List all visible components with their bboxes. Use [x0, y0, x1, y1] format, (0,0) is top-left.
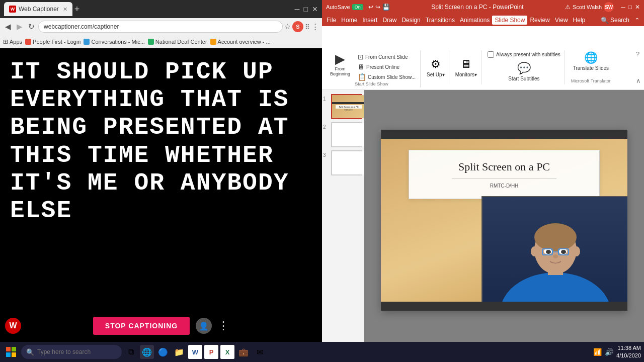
extensions-icon[interactable]: ⠿ — [305, 23, 310, 31]
reload-button[interactable]: ↻ — [26, 21, 37, 32]
taskbar-files-icon[interactable]: 📁 — [172, 345, 186, 359]
menu-design[interactable]: Design — [399, 16, 423, 25]
taskbar-wifi-icon[interactable]: 📶 — [593, 348, 602, 356]
menu-file[interactable]: File — [324, 16, 339, 25]
taskbar-word-icon[interactable]: W — [188, 345, 202, 359]
slide-thumbnail-3[interactable]: 3 — [324, 150, 362, 175]
slide-main-area: Split Screen on a PC RMTC-D/HH — [364, 90, 644, 350]
menu-icon[interactable]: ⋮ — [311, 22, 319, 31]
from-current-slide-button[interactable]: ⊡ From Current Slide — [356, 52, 417, 61]
taskbar-search-input[interactable] — [37, 348, 103, 355]
browser-tab[interactable]: W Web Captioner ✕ — [4, 2, 72, 16]
bookmark-icon[interactable]: ☆ — [284, 22, 291, 31]
play-icon: ▶ — [335, 52, 345, 65]
monitors-button[interactable]: 🖥 Monitors▾ — [455, 58, 477, 77]
ribbon-collapse-icon[interactable]: ∧ — [636, 77, 641, 84]
bookmarks-bar: ⊞ Apps People First - Login Conversation… — [0, 35, 322, 48]
close-icon[interactable]: ✕ — [312, 5, 318, 13]
ribbon-group-slideshow-label: Start Slide Show — [326, 81, 417, 86]
svg-point-13 — [531, 246, 538, 256]
video-overlay — [481, 196, 627, 302]
slide-bottom-bar — [381, 302, 627, 311]
back-button[interactable]: ◀ — [3, 21, 13, 32]
taskbar-search-area[interactable]: 🔍 — [21, 345, 122, 359]
redo-icon[interactable]: ↪ — [375, 4, 380, 11]
start-subtitles-button[interactable]: 💬 Start Subtitles — [488, 62, 560, 81]
menu-draw[interactable]: Draw — [380, 16, 399, 25]
slide-canvas: Split Screen on a PC RMTC-D/HH — [381, 130, 627, 311]
from-beginning-button[interactable]: ▶ From Beginning — [326, 51, 354, 77]
more-options-button[interactable]: ⋮ — [218, 319, 229, 332]
quick-save-icon[interactable]: 💾 — [382, 4, 390, 11]
menu-slideshow[interactable]: Slide Show — [492, 16, 527, 25]
ppt-close-icon[interactable]: ✕ — [635, 4, 640, 11]
stop-captioning-button[interactable]: STOP CAPTIONING — [93, 317, 190, 335]
taskbar-chrome-icon[interactable]: 🌐 — [140, 345, 154, 359]
taskbar-excel-icon[interactable]: X — [220, 345, 234, 359]
ribbon-group-setup: ⚙ Set Up▾ — [423, 50, 449, 84]
ppt-maximize-icon[interactable]: □ — [628, 4, 632, 11]
start-button[interactable] — [3, 344, 19, 360]
menu-transitions[interactable]: Transitions — [423, 16, 457, 25]
ppt-minimize-icon[interactable]: ─ — [621, 4, 625, 11]
bookmark-apps[interactable]: ⊞ Apps — [3, 38, 22, 45]
forward-button[interactable]: ▶ — [15, 21, 25, 32]
menu-animations[interactable]: Animations — [457, 16, 492, 25]
slide-thumbnail-1[interactable]: 1 Split Screen on a PC RMTC-D/HH — [324, 94, 362, 119]
caption-text: IT SHOULD PICK UP EVERYTHING THAT IS BEI… — [10, 58, 312, 225]
bookmark-favicon-1 — [25, 39, 31, 45]
always-present-checkbox-label[interactable]: Always present with subtitles — [488, 51, 560, 58]
setup-button[interactable]: ⚙ Set Up▾ — [427, 58, 445, 77]
bookmark-people-login[interactable]: People First - Login — [25, 39, 80, 45]
bookmark-favicon-2 — [84, 39, 90, 45]
user-avatar[interactable]: SW — [604, 2, 614, 12]
menu-home[interactable]: Home — [339, 16, 360, 25]
taskbar-mail-icon[interactable]: ✉ — [253, 345, 267, 359]
bookmark-account[interactable]: Account overview - ... — [210, 39, 271, 45]
windows-taskbar: 🔍 ⧉ 🌐 🔵 📁 W P X 💼 ✉ 📶 🔊 11:38 AM 4/10/20… — [0, 342, 644, 362]
always-present-checkbox[interactable] — [488, 51, 494, 58]
new-tab-button[interactable]: + — [74, 4, 80, 15]
slide-number-3: 3 — [323, 152, 326, 158]
slide-thumb-active: Split Screen on a PC RMTC-D/HH — [331, 94, 362, 119]
ribbon-group-translator: 🌐 Translate Slides Microsoft Translator — [567, 50, 615, 84]
slide-thumb-3 — [331, 150, 362, 175]
search-ribbon[interactable]: 🔍 Search — [598, 16, 632, 25]
tab-close-button[interactable]: ✕ — [63, 6, 67, 13]
ribbon-group-subtitles: Always present with subtitles 💬 Start Su… — [484, 50, 565, 84]
slide-subtitle-text: RMTC-D/HH — [417, 183, 591, 189]
taskbar-ppt-icon[interactable]: P — [204, 345, 218, 359]
captioner-bottom-bar: W STOP CAPTIONING 👤 ⋮ — [0, 310, 322, 342]
menu-help[interactable]: Help — [571, 16, 588, 25]
clock-display[interactable]: 11:38 AM 4/10/2020 — [616, 344, 641, 360]
bookmark-national-deaf[interactable]: National Deaf Center — [148, 39, 207, 45]
ppt-title: Split Screen on a PC - PowerPoint — [393, 4, 562, 11]
from-current-icon: ⊡ — [358, 53, 364, 61]
ribbon-toggle-icon[interactable]: ⌃ — [632, 17, 642, 24]
address-bar[interactable] — [38, 21, 283, 33]
ppt-ribbon: ▶ From Beginning ⊡ From Current Slide 🖥 … — [322, 48, 644, 90]
maximize-icon[interactable]: □ — [304, 5, 308, 13]
tab-favicon: W — [9, 6, 16, 13]
minimize-icon[interactable]: ─ — [295, 5, 300, 13]
ribbon-help-icon[interactable]: ? — [636, 50, 641, 58]
menu-view[interactable]: View — [552, 16, 571, 25]
taskbar-volume-icon[interactable]: 🔊 — [605, 348, 613, 356]
menu-review[interactable]: Review — [527, 16, 552, 25]
task-view-icon[interactable]: ⧉ — [124, 345, 138, 359]
menu-insert[interactable]: Insert — [360, 16, 380, 25]
translate-slides-button[interactable]: 🌐 Translate Slides — [573, 51, 609, 71]
taskbar-edge-icon[interactable]: 🔵 — [156, 345, 170, 359]
present-online-button[interactable]: 🖥 Present Online — [356, 62, 417, 71]
monitors-icon: 🖥 — [460, 58, 471, 71]
bookmark-favicon-3 — [148, 39, 154, 45]
user-icon-button[interactable]: 👤 — [196, 318, 212, 334]
autosave-area: AutoSave On — [326, 4, 363, 10]
profile-icon[interactable]: S — [292, 21, 303, 32]
bookmark-conversations[interactable]: Conversations - Mic... — [84, 39, 144, 45]
autosave-toggle[interactable]: On — [352, 4, 363, 10]
undo-icon[interactable]: ↩ — [368, 4, 373, 11]
custom-slideshow-button[interactable]: 📋 Custom Slide Show... — [356, 72, 417, 81]
slide-thumbnail-2[interactable]: 2 — [324, 122, 362, 147]
taskbar-teams-icon[interactable]: 💼 — [236, 345, 251, 359]
